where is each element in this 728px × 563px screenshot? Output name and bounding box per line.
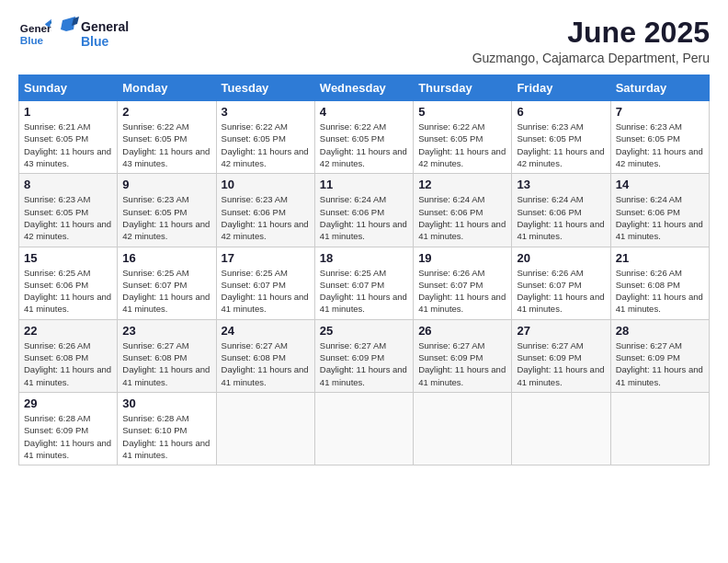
svg-text:Blue: Blue: [81, 34, 109, 49]
calendar-week-row: 1Sunrise: 6:21 AM Sunset: 6:05 PM Daylig…: [19, 101, 710, 174]
day-sun-info: Sunrise: 6:25 AM Sunset: 6:07 PM Dayligh…: [222, 267, 310, 316]
month-year-title: June 2025: [472, 17, 710, 49]
day-number: 25: [320, 324, 408, 338]
page: General Blue General Blue June 2025 Guzm…: [0, 0, 728, 563]
day-sun-info: Sunrise: 6:26 AM Sunset: 6:08 PM Dayligh…: [616, 267, 704, 316]
calendar-day-cell: 21Sunrise: 6:26 AM Sunset: 6:08 PM Dayli…: [610, 247, 709, 319]
calendar-day-cell: [512, 392, 610, 465]
day-sun-info: Sunrise: 6:23 AM Sunset: 6:05 PM Dayligh…: [122, 193, 210, 242]
calendar-day-header: Sunday: [19, 75, 118, 101]
day-sun-info: Sunrise: 6:23 AM Sunset: 6:05 PM Dayligh…: [616, 121, 704, 169]
day-sun-info: Sunrise: 6:23 AM Sunset: 6:06 PM Dayligh…: [222, 193, 310, 242]
calendar-day-cell: 7Sunrise: 6:23 AM Sunset: 6:05 PM Daylig…: [610, 101, 709, 174]
day-sun-info: Sunrise: 6:23 AM Sunset: 6:05 PM Dayligh…: [517, 121, 605, 169]
calendar-day-cell: 23Sunrise: 6:27 AM Sunset: 6:08 PM Dayli…: [118, 319, 216, 392]
day-number: 13: [517, 178, 605, 191]
day-number: 15: [24, 251, 112, 265]
day-number: 26: [418, 324, 506, 338]
day-number: 20: [517, 251, 605, 265]
svg-text:General: General: [81, 19, 129, 34]
day-number: 28: [616, 324, 704, 338]
calendar-day-cell: 3Sunrise: 6:22 AM Sunset: 6:05 PM Daylig…: [216, 101, 314, 174]
day-number: 6: [517, 105, 605, 119]
calendar-day-cell: 19Sunrise: 6:26 AM Sunset: 6:07 PM Dayli…: [414, 247, 512, 319]
calendar-day-cell: 5Sunrise: 6:22 AM Sunset: 6:05 PM Daylig…: [414, 101, 512, 174]
day-sun-info: Sunrise: 6:21 AM Sunset: 6:05 PM Dayligh…: [24, 121, 112, 169]
day-sun-info: Sunrise: 6:26 AM Sunset: 6:07 PM Dayligh…: [418, 267, 506, 316]
calendar-week-row: 15Sunrise: 6:25 AM Sunset: 6:06 PM Dayli…: [19, 247, 710, 319]
day-sun-info: Sunrise: 6:27 AM Sunset: 6:09 PM Dayligh…: [418, 339, 506, 388]
day-sun-info: Sunrise: 6:23 AM Sunset: 6:05 PM Dayligh…: [24, 193, 112, 242]
calendar-day-cell: 17Sunrise: 6:25 AM Sunset: 6:07 PM Dayli…: [216, 247, 314, 319]
calendar-day-cell: [610, 392, 709, 465]
day-sun-info: Sunrise: 6:24 AM Sunset: 6:06 PM Dayligh…: [517, 193, 605, 242]
day-number: 4: [320, 105, 408, 119]
day-number: 10: [222, 178, 310, 191]
calendar-week-row: 22Sunrise: 6:26 AM Sunset: 6:08 PM Dayli…: [19, 319, 710, 392]
day-number: 29: [24, 396, 112, 410]
day-sun-info: Sunrise: 6:28 AM Sunset: 6:09 PM Dayligh…: [24, 412, 112, 461]
day-number: 7: [616, 105, 704, 119]
calendar-day-cell: 24Sunrise: 6:27 AM Sunset: 6:08 PM Dayli…: [216, 319, 314, 392]
day-number: 14: [616, 178, 704, 191]
calendar-day-cell: 11Sunrise: 6:24 AM Sunset: 6:06 PM Dayli…: [314, 174, 413, 247]
day-sun-info: Sunrise: 6:24 AM Sunset: 6:06 PM Dayligh…: [418, 193, 506, 242]
day-sun-info: Sunrise: 6:28 AM Sunset: 6:10 PM Dayligh…: [122, 412, 210, 461]
day-number: 27: [517, 324, 605, 338]
title-area: June 2025 Guzmango, Cajamarca Department…: [472, 17, 710, 65]
calendar-day-header: Thursday: [414, 75, 512, 101]
svg-text:Blue: Blue: [20, 34, 44, 46]
day-sun-info: Sunrise: 6:26 AM Sunset: 6:07 PM Dayligh…: [517, 267, 605, 316]
day-sun-info: Sunrise: 6:27 AM Sunset: 6:08 PM Dayligh…: [222, 339, 310, 388]
calendar-day-cell: 25Sunrise: 6:27 AM Sunset: 6:09 PM Dayli…: [314, 319, 413, 392]
day-sun-info: Sunrise: 6:25 AM Sunset: 6:06 PM Dayligh…: [24, 267, 112, 316]
day-number: 2: [122, 105, 210, 119]
calendar-day-header: Tuesday: [216, 75, 314, 101]
calendar-day-cell: 8Sunrise: 6:23 AM Sunset: 6:05 PM Daylig…: [19, 174, 118, 247]
header: General Blue General Blue June 2025 Guzm…: [18, 17, 710, 65]
calendar-header-row: SundayMondayTuesdayWednesdayThursdayFrid…: [19, 75, 710, 101]
day-sun-info: Sunrise: 6:27 AM Sunset: 6:09 PM Dayligh…: [616, 339, 704, 388]
calendar-week-row: 29Sunrise: 6:28 AM Sunset: 6:09 PM Dayli…: [19, 392, 710, 465]
day-sun-info: Sunrise: 6:24 AM Sunset: 6:06 PM Dayligh…: [616, 193, 704, 242]
day-sun-info: Sunrise: 6:25 AM Sunset: 6:07 PM Dayligh…: [122, 267, 210, 316]
day-number: 24: [222, 324, 310, 338]
day-sun-info: Sunrise: 6:27 AM Sunset: 6:09 PM Dayligh…: [320, 339, 408, 388]
day-number: 17: [222, 251, 310, 265]
day-number: 1: [24, 105, 112, 119]
calendar-day-cell: 4Sunrise: 6:22 AM Sunset: 6:05 PM Daylig…: [314, 101, 413, 174]
calendar-body: 1Sunrise: 6:21 AM Sunset: 6:05 PM Daylig…: [19, 101, 710, 465]
day-number: 23: [122, 324, 210, 338]
day-number: 16: [122, 251, 210, 265]
calendar-day-cell: 10Sunrise: 6:23 AM Sunset: 6:06 PM Dayli…: [216, 174, 314, 247]
calendar-day-cell: 30Sunrise: 6:28 AM Sunset: 6:10 PM Dayli…: [118, 392, 216, 465]
day-number: 11: [320, 178, 408, 191]
day-number: 12: [418, 178, 506, 191]
calendar-day-cell: 26Sunrise: 6:27 AM Sunset: 6:09 PM Dayli…: [414, 319, 512, 392]
calendar-table: SundayMondayTuesdayWednesdayThursdayFrid…: [18, 75, 710, 465]
calendar-day-cell: [414, 392, 512, 465]
calendar-day-cell: 13Sunrise: 6:24 AM Sunset: 6:06 PM Dayli…: [512, 174, 610, 247]
calendar-day-cell: 16Sunrise: 6:25 AM Sunset: 6:07 PM Dayli…: [118, 247, 216, 319]
day-number: 8: [24, 178, 112, 191]
calendar-day-cell: 20Sunrise: 6:26 AM Sunset: 6:07 PM Dayli…: [512, 247, 610, 319]
calendar-day-cell: 6Sunrise: 6:23 AM Sunset: 6:05 PM Daylig…: [512, 101, 610, 174]
day-number: 3: [222, 105, 310, 119]
calendar-day-cell: 22Sunrise: 6:26 AM Sunset: 6:08 PM Dayli…: [19, 319, 118, 392]
day-number: 18: [320, 251, 408, 265]
day-sun-info: Sunrise: 6:24 AM Sunset: 6:06 PM Dayligh…: [320, 193, 408, 242]
day-sun-info: Sunrise: 6:27 AM Sunset: 6:09 PM Dayligh…: [517, 339, 605, 388]
logo-svg: General Blue: [55, 17, 138, 52]
calendar-day-header: Monday: [118, 75, 216, 101]
day-sun-info: Sunrise: 6:26 AM Sunset: 6:08 PM Dayligh…: [24, 339, 112, 388]
day-number: 9: [122, 178, 210, 191]
calendar-day-cell: 29Sunrise: 6:28 AM Sunset: 6:09 PM Dayli…: [19, 392, 118, 465]
day-number: 22: [24, 324, 112, 338]
calendar-day-cell: 1Sunrise: 6:21 AM Sunset: 6:05 PM Daylig…: [19, 101, 118, 174]
logo: General Blue General Blue: [18, 17, 138, 52]
calendar-day-cell: 27Sunrise: 6:27 AM Sunset: 6:09 PM Dayli…: [512, 319, 610, 392]
calendar-day-cell: 12Sunrise: 6:24 AM Sunset: 6:06 PM Dayli…: [414, 174, 512, 247]
calendar-week-row: 8Sunrise: 6:23 AM Sunset: 6:05 PM Daylig…: [19, 174, 710, 247]
day-sun-info: Sunrise: 6:25 AM Sunset: 6:07 PM Dayligh…: [320, 267, 408, 316]
location-subtitle: Guzmango, Cajamarca Department, Peru: [472, 51, 710, 65]
